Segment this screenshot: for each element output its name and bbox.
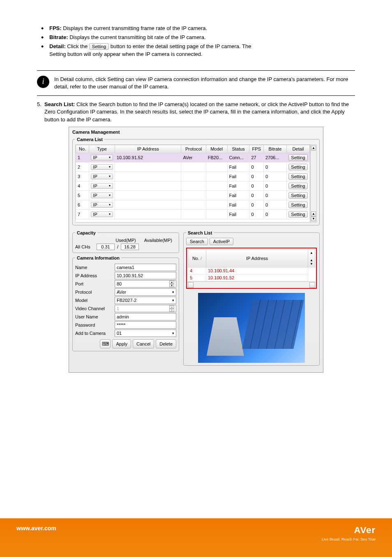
search-scroll[interactable]: ▲▲▼ <box>308 249 315 267</box>
ip-input[interactable]: 10.100.91.52 <box>115 272 176 279</box>
scroll-up-icon[interactable]: ▲ <box>311 146 316 151</box>
divider-bottom <box>37 95 355 96</box>
bullet-bitrate-label: Bitrate: <box>49 34 68 40</box>
camera-list-legend: Camera List <box>75 137 104 142</box>
type-select[interactable]: IP▾ <box>91 211 113 217</box>
protocol-select[interactable]: AVer <box>115 288 176 296</box>
search-results-table[interactable]: No. / IP Address ▲▲▼ 410.100.91.44510.10… <box>188 249 315 281</box>
search-hscroll[interactable] <box>188 281 315 287</box>
camera-info-legend: Camera Information <box>75 255 121 260</box>
model-select[interactable]: FB2027-2 <box>115 297 176 304</box>
search-row[interactable]: 510.100.91.52 <box>188 274 315 281</box>
col-no[interactable]: No. <box>76 145 89 153</box>
camera-management-panel: Camera Management Camera List <box>69 127 323 373</box>
type-select[interactable]: IP▾ <box>91 174 113 179</box>
user-input[interactable]: admin <box>115 313 176 320</box>
info-note: In Detail column, click Setting can view… <box>54 76 355 91</box>
model-label: Model <box>75 298 115 303</box>
capacity-legend: Capacity <box>75 230 97 235</box>
row-setting-button[interactable]: Setting <box>288 202 308 208</box>
col-model[interactable]: Model <box>206 145 227 153</box>
allchs-label: All CHs <box>75 244 94 249</box>
cancel-button[interactable]: Cancel <box>133 339 154 348</box>
step-number: 5. <box>37 101 44 123</box>
col-detail[interactable]: Detail <box>286 145 309 153</box>
password-label: Password <box>75 323 115 327</box>
bullet-detail-label: Detail: <box>49 43 66 49</box>
delete-button[interactable]: Delete <box>156 339 176 348</box>
type-select[interactable]: IP▾ <box>91 164 113 170</box>
search-list-group: Search List Search ActiveIP No. / <box>183 230 320 366</box>
step-text: Search List: Click the Search button to … <box>44 101 355 123</box>
row-setting-button[interactable]: Setting <box>288 183 308 189</box>
apply-button[interactable]: Apply <box>112 339 131 348</box>
table-row[interactable]: 4IP▾Fail00Setting <box>76 181 310 190</box>
col-bitrate[interactable]: Bitrate <box>263 145 286 153</box>
ip-label: IP Address <box>75 273 115 278</box>
name-input[interactable]: camera1 <box>115 264 176 271</box>
row-setting-button[interactable]: Setting <box>288 154 308 161</box>
user-label: User Name <box>75 314 115 319</box>
search-col-ip[interactable]: IP Address <box>206 249 308 267</box>
search-col-no[interactable]: No. / <box>188 249 206 267</box>
inline-setting-button[interactable]: Setting <box>89 43 109 50</box>
col-type[interactable]: Type <box>89 145 115 153</box>
bullet-detail-text1: Click the <box>66 43 89 49</box>
search-results-highlight: No. / IP Address ▲▲▼ 410.100.91.44510.10… <box>186 248 317 289</box>
search-button[interactable]: Search <box>186 238 208 245</box>
table-row[interactable]: 6IP▾Fail00Setting <box>76 200 310 209</box>
camera-list-scrollbar[interactable]: ▲ ▲ ▼ <box>310 144 317 223</box>
add-select[interactable]: 01 <box>115 330 176 337</box>
page-footer: www.aver.com AVer Live Broad. Reach Far.… <box>0 518 392 557</box>
spin-up2-icon[interactable]: ▲ <box>169 305 174 309</box>
col-status[interactable]: Status <box>227 145 249 153</box>
bullet-bitrate-text: Displays the current transmitting bit ra… <box>68 34 206 40</box>
bullet-detail-text2: button to enter the detail setting page … <box>109 43 251 49</box>
table-row[interactable]: 7IP▾Fail00Setting <box>76 209 310 219</box>
spin-up-icon[interactable]: ▲ <box>169 281 174 284</box>
keyboard-icon[interactable]: ⌨ <box>100 339 111 348</box>
activeip-button[interactable]: ActiveIP <box>210 238 233 245</box>
col-fps[interactable]: FPS <box>249 145 263 153</box>
video-channel-input[interactable]: 1▲▼ <box>115 305 176 312</box>
row-setting-button[interactable]: Setting <box>288 173 308 180</box>
type-select[interactable]: IP▾ <box>91 183 113 189</box>
used-label: Used(MP) <box>115 238 136 243</box>
port-input[interactable]: 80▲▼ <box>115 280 176 288</box>
table-row[interactable]: 3IP▾Fail00Setting <box>76 172 310 181</box>
bullet-detail-tail: Setting button will only appear when the… <box>49 51 355 58</box>
type-select[interactable]: IP▾ <box>91 193 113 198</box>
col-ip[interactable]: IP Address <box>115 145 181 153</box>
scroll-down-icon[interactable]: ▼ <box>311 216 316 221</box>
search-list-legend: Search List <box>186 230 214 235</box>
add-label: Add to Camera <box>75 331 115 336</box>
footer-site: www.aver.com <box>16 525 56 531</box>
type-select[interactable]: IP▾ <box>91 202 113 208</box>
password-input[interactable]: ***** <box>115 321 176 329</box>
camera-list-table[interactable]: No. Type IP Address Protocol Model Statu… <box>76 145 310 219</box>
spin-down-icon[interactable]: ▼ <box>169 284 174 287</box>
panel-title: Camera Management <box>72 130 320 135</box>
info-icon: i <box>37 76 49 88</box>
col-protocol[interactable]: Protocol <box>181 145 206 153</box>
table-row[interactable]: 2IP▾Fail00Setting <box>76 162 310 172</box>
scroll-up2-icon[interactable]: ▲ <box>311 211 316 216</box>
divider-top <box>37 70 355 71</box>
name-label: Name <box>75 265 115 270</box>
row-setting-button[interactable]: Setting <box>288 192 308 199</box>
camera-list-group: Camera List No. Ty <box>72 137 320 225</box>
row-setting-button[interactable]: Setting <box>288 211 308 218</box>
avail-label: Available(MP) <box>144 238 172 243</box>
type-select[interactable]: IP▾ <box>91 155 113 160</box>
footer-slogan: Live Broad. Reach Far. See True <box>322 537 376 541</box>
row-setting-button[interactable]: Setting <box>288 164 308 170</box>
protocol-label: Protocol <box>75 290 115 295</box>
used-value: 0.31 <box>97 244 115 250</box>
table-row[interactable]: 1IP▾10.100.91.52AVerFB20...Conn...272706… <box>76 153 310 162</box>
search-row[interactable]: 410.100.91.44 <box>188 267 315 274</box>
camera-preview-image <box>198 293 305 363</box>
port-label: Port <box>75 281 115 286</box>
camera-info-group: Camera Information Namecamera1 IP Addres… <box>72 255 179 351</box>
table-row[interactable]: 5IP▾Fail00Setting <box>76 190 310 200</box>
spin-down2-icon[interactable]: ▼ <box>169 309 174 312</box>
